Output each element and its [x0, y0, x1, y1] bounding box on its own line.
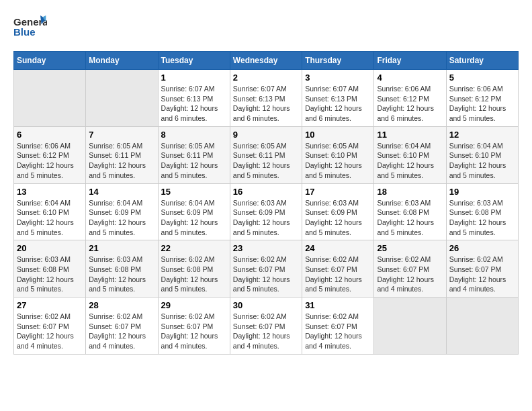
svg-text:Blue: Blue	[13, 26, 36, 38]
day-number: 25	[377, 243, 443, 253]
calendar-week-row: 6Sunrise: 6:06 AM Sunset: 6:12 PM Daylig…	[14, 126, 519, 183]
calendar-cell: 10Sunrise: 6:05 AM Sunset: 6:10 PM Dayli…	[302, 126, 374, 183]
day-info: Sunrise: 6:03 AM Sunset: 6:09 PM Dayligh…	[305, 198, 371, 238]
calendar-cell: 17Sunrise: 6:03 AM Sunset: 6:09 PM Dayli…	[302, 183, 374, 240]
day-number: 3	[305, 73, 371, 83]
calendar-cell: 28Sunrise: 6:02 AM Sunset: 6:07 PM Dayli…	[86, 298, 158, 355]
calendar-header-tuesday: Tuesday	[158, 52, 230, 70]
day-number: 24	[305, 243, 371, 253]
day-number: 31	[305, 300, 371, 310]
calendar-cell: 27Sunrise: 6:02 AM Sunset: 6:07 PM Dayli…	[14, 298, 86, 355]
calendar-table: SundayMondayTuesdayWednesdayThursdayFrid…	[13, 51, 519, 355]
calendar-week-row: 27Sunrise: 6:02 AM Sunset: 6:07 PM Dayli…	[14, 298, 519, 355]
day-info: Sunrise: 6:04 AM Sunset: 6:09 PM Dayligh…	[161, 198, 227, 238]
day-number: 12	[449, 130, 515, 140]
day-info: Sunrise: 6:02 AM Sunset: 6:07 PM Dayligh…	[305, 255, 371, 294]
calendar-header-monday: Monday	[86, 52, 158, 70]
day-number: 14	[89, 187, 154, 197]
calendar-cell: 12Sunrise: 6:04 AM Sunset: 6:10 PM Dayli…	[446, 126, 518, 183]
calendar-header-wednesday: Wednesday	[230, 52, 302, 70]
day-number: 5	[449, 73, 515, 83]
day-info: Sunrise: 6:02 AM Sunset: 6:07 PM Dayligh…	[449, 255, 515, 294]
calendar-cell: 14Sunrise: 6:04 AM Sunset: 6:09 PM Dayli…	[86, 183, 158, 240]
calendar-cell: 19Sunrise: 6:03 AM Sunset: 6:08 PM Dayli…	[446, 183, 518, 240]
calendar-cell: 1Sunrise: 6:07 AM Sunset: 6:13 PM Daylig…	[158, 70, 230, 127]
day-info: Sunrise: 6:04 AM Sunset: 6:10 PM Dayligh…	[449, 141, 515, 181]
calendar-cell: 13Sunrise: 6:04 AM Sunset: 6:10 PM Dayli…	[14, 183, 86, 240]
day-number: 20	[17, 243, 83, 253]
logo: GeneralBlue	[13, 13, 47, 40]
day-number: 30	[233, 300, 299, 310]
day-number: 23	[233, 243, 299, 253]
day-number: 18	[377, 187, 443, 197]
day-info: Sunrise: 6:05 AM Sunset: 6:11 PM Dayligh…	[161, 141, 227, 181]
calendar-cell: 22Sunrise: 6:02 AM Sunset: 6:08 PM Dayli…	[158, 240, 230, 298]
day-number: 17	[305, 187, 371, 197]
calendar-cell: 5Sunrise: 6:06 AM Sunset: 6:12 PM Daylig…	[446, 70, 518, 127]
day-info: Sunrise: 6:06 AM Sunset: 6:12 PM Dayligh…	[17, 141, 83, 181]
day-info: Sunrise: 6:06 AM Sunset: 6:12 PM Dayligh…	[377, 84, 443, 124]
calendar-cell: 24Sunrise: 6:02 AM Sunset: 6:07 PM Dayli…	[302, 240, 374, 298]
day-info: Sunrise: 6:04 AM Sunset: 6:10 PM Dayligh…	[17, 198, 83, 238]
day-info: Sunrise: 6:02 AM Sunset: 6:08 PM Dayligh…	[161, 255, 227, 294]
day-info: Sunrise: 6:03 AM Sunset: 6:08 PM Dayligh…	[17, 255, 83, 294]
day-number: 7	[89, 130, 154, 140]
day-info: Sunrise: 6:04 AM Sunset: 6:10 PM Dayligh…	[377, 141, 443, 181]
calendar-cell: 3Sunrise: 6:07 AM Sunset: 6:13 PM Daylig…	[302, 70, 374, 127]
calendar-cell: 2Sunrise: 6:07 AM Sunset: 6:13 PM Daylig…	[230, 70, 302, 127]
day-number: 16	[233, 187, 299, 197]
calendar-cell: 31Sunrise: 6:02 AM Sunset: 6:07 PM Dayli…	[302, 298, 374, 355]
day-info: Sunrise: 6:05 AM Sunset: 6:11 PM Dayligh…	[89, 141, 154, 181]
calendar-cell: 8Sunrise: 6:05 AM Sunset: 6:11 PM Daylig…	[158, 126, 230, 183]
calendar-cell: 16Sunrise: 6:03 AM Sunset: 6:09 PM Dayli…	[230, 183, 302, 240]
calendar-header-friday: Friday	[374, 52, 446, 70]
day-info: Sunrise: 6:02 AM Sunset: 6:07 PM Dayligh…	[233, 312, 299, 351]
day-number: 9	[233, 130, 299, 140]
calendar-cell: 26Sunrise: 6:02 AM Sunset: 6:07 PM Dayli…	[446, 240, 518, 298]
day-number: 19	[449, 187, 515, 197]
day-info: Sunrise: 6:07 AM Sunset: 6:13 PM Dayligh…	[161, 84, 227, 124]
calendar-header-row: SundayMondayTuesdayWednesdayThursdayFrid…	[14, 52, 519, 70]
day-info: Sunrise: 6:07 AM Sunset: 6:13 PM Dayligh…	[233, 84, 299, 124]
day-info: Sunrise: 6:02 AM Sunset: 6:07 PM Dayligh…	[17, 312, 83, 351]
calendar-cell: 30Sunrise: 6:02 AM Sunset: 6:07 PM Dayli…	[230, 298, 302, 355]
day-info: Sunrise: 6:02 AM Sunset: 6:07 PM Dayligh…	[161, 312, 227, 351]
calendar-cell	[446, 298, 518, 355]
day-number: 8	[161, 130, 227, 140]
day-number: 15	[161, 187, 227, 197]
calendar-cell: 23Sunrise: 6:02 AM Sunset: 6:07 PM Dayli…	[230, 240, 302, 298]
calendar-cell: 29Sunrise: 6:02 AM Sunset: 6:07 PM Dayli…	[158, 298, 230, 355]
calendar-cell: 15Sunrise: 6:04 AM Sunset: 6:09 PM Dayli…	[158, 183, 230, 240]
day-info: Sunrise: 6:04 AM Sunset: 6:09 PM Dayligh…	[89, 198, 154, 238]
day-number: 2	[233, 73, 299, 83]
calendar-cell: 11Sunrise: 6:04 AM Sunset: 6:10 PM Dayli…	[374, 126, 446, 183]
day-info: Sunrise: 6:07 AM Sunset: 6:13 PM Dayligh…	[305, 84, 371, 124]
day-info: Sunrise: 6:03 AM Sunset: 6:08 PM Dayligh…	[449, 198, 515, 238]
calendar-cell: 4Sunrise: 6:06 AM Sunset: 6:12 PM Daylig…	[374, 70, 446, 127]
day-number: 21	[89, 243, 154, 253]
day-info: Sunrise: 6:06 AM Sunset: 6:12 PM Dayligh…	[449, 84, 515, 124]
calendar-cell	[374, 298, 446, 355]
day-number: 6	[17, 130, 83, 140]
day-number: 27	[17, 300, 83, 310]
day-number: 11	[377, 130, 443, 140]
calendar-header-sunday: Sunday	[14, 52, 86, 70]
day-info: Sunrise: 6:02 AM Sunset: 6:07 PM Dayligh…	[233, 255, 299, 294]
day-info: Sunrise: 6:03 AM Sunset: 6:09 PM Dayligh…	[233, 198, 299, 238]
day-number: 10	[305, 130, 371, 140]
day-number: 4	[377, 73, 443, 83]
calendar-cell: 6Sunrise: 6:06 AM Sunset: 6:12 PM Daylig…	[14, 126, 86, 183]
calendar-cell: 7Sunrise: 6:05 AM Sunset: 6:11 PM Daylig…	[86, 126, 158, 183]
page-header: GeneralBlue	[13, 13, 519, 40]
calendar-week-row: 13Sunrise: 6:04 AM Sunset: 6:10 PM Dayli…	[14, 183, 519, 240]
logo-icon: GeneralBlue	[13, 13, 47, 40]
day-number: 22	[161, 243, 227, 253]
day-number: 26	[449, 243, 515, 253]
day-number: 1	[161, 73, 227, 83]
calendar-cell: 21Sunrise: 6:03 AM Sunset: 6:08 PM Dayli…	[86, 240, 158, 298]
day-number: 28	[89, 300, 154, 310]
day-info: Sunrise: 6:02 AM Sunset: 6:07 PM Dayligh…	[89, 312, 154, 351]
calendar-week-row: 1Sunrise: 6:07 AM Sunset: 6:13 PM Daylig…	[14, 70, 519, 127]
day-number: 13	[17, 187, 83, 197]
day-info: Sunrise: 6:03 AM Sunset: 6:08 PM Dayligh…	[89, 255, 154, 294]
